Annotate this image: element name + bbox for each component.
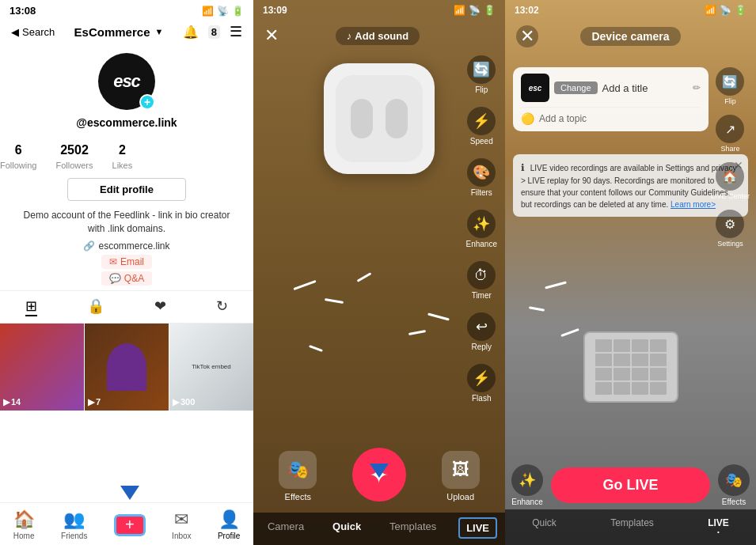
flip-icon: 🔄 <box>467 55 496 84</box>
qa-icon: 💬 <box>109 273 121 284</box>
music-icon: ♪ <box>347 30 352 42</box>
nav-add[interactable]: + <box>114 514 146 536</box>
share-icon-live: ↗ <box>716 115 744 143</box>
add-content-button[interactable]: + <box>114 514 146 536</box>
live-tool-settings[interactable]: ⚙ Settings <box>716 210 744 248</box>
tab-live-active[interactable]: LIVE <box>701 514 735 539</box>
nav-home[interactable]: 🏠 Home <box>13 509 35 540</box>
live-bottom: ✨ Enhance Go LIVE 🎭 Effects Quick Templa… <box>505 460 756 545</box>
flip-icon-live: 🔄 <box>716 67 744 96</box>
nav-friends[interactable]: 👥 Friends <box>61 509 87 540</box>
signal-icon: 📶 <box>202 6 214 17</box>
edit-profile-button[interactable]: Edit profile <box>67 178 186 201</box>
enhance-icon-live: ✨ <box>511 464 543 496</box>
battery-icon-p2: 🔋 <box>484 5 496 16</box>
friends-label: Friends <box>61 532 87 540</box>
email-icon: ✉ <box>109 256 117 267</box>
tool-flip[interactable]: 🔄 Flip <box>467 55 496 94</box>
notification-icon[interactable]: 🔔 <box>183 25 199 40</box>
qa-badge[interactable]: 💬 Q&A <box>101 271 152 286</box>
tab-camera[interactable]: Camera <box>261 517 310 539</box>
airpods-case <box>324 63 435 174</box>
badge-row: ✉ Email 💬 Q&A <box>0 255 253 286</box>
flash-icon: ⚡ <box>467 364 496 392</box>
content-tabs: ⊞ 🔒 ❤ ↻ <box>0 290 253 324</box>
speed-icon: ⚡ <box>467 107 496 135</box>
tool-filters[interactable]: 🎨 Filters <box>467 158 496 197</box>
airpods-visual <box>308 63 450 206</box>
nav-inbox[interactable]: ✉ Inbox <box>172 509 191 540</box>
tab-quick[interactable]: Quick <box>326 517 367 539</box>
upload-button[interactable]: 🖼 Upload <box>442 451 480 501</box>
likes-stat[interactable]: 2 Likes <box>112 143 133 172</box>
learn-more-link[interactable]: Learn more> <box>671 200 716 209</box>
signal-icon-p2: 📶 <box>454 5 465 16</box>
website-link[interactable]: escommerce.link <box>98 240 169 252</box>
live-tool-center[interactable]: 🏠 LIVE Center <box>711 162 750 200</box>
change-button[interactable]: Change <box>554 81 598 94</box>
arrow-indicator-p2 <box>370 464 389 478</box>
airpod-left <box>351 99 373 138</box>
add-title-text[interactable]: Add a title <box>602 82 688 94</box>
tool-enhance[interactable]: ✨ Enhance <box>466 210 497 248</box>
tool-flash[interactable]: ⚡ Flash <box>467 364 496 403</box>
tab-grid[interactable]: ⊞ <box>25 297 37 316</box>
video-thumb-1[interactable]: ▶14 <box>0 324 84 411</box>
email-badge[interactable]: ✉ Email <box>101 255 152 269</box>
live-tool-share[interactable]: ↗ Share <box>716 115 744 153</box>
badge-8: 8 <box>208 25 220 39</box>
close-button-p3[interactable]: ✕ <box>516 25 538 47</box>
tab-liked[interactable]: ❤ <box>154 297 166 316</box>
inbox-icon: ✉ <box>174 509 188 530</box>
profile-icon: 👤 <box>218 509 240 530</box>
live-enhance-button[interactable]: ✨ Enhance <box>511 464 543 506</box>
tab-templates-live[interactable]: Templates <box>604 514 660 539</box>
reply-icon: ↩ <box>467 312 496 341</box>
profile-section: esc + @escommerce.link <box>0 45 253 135</box>
username-dropdown[interactable]: EsCommerce <box>74 25 150 39</box>
inbox-label: Inbox <box>172 532 191 540</box>
friends-icon: 👥 <box>63 509 85 530</box>
link-row: 🔗 escommerce.link <box>83 240 169 252</box>
video-count-2: ▶7 <box>88 397 101 407</box>
menu-icon[interactable]: ☰ <box>230 23 242 40</box>
timer-icon: ⏱ <box>467 261 496 290</box>
add-topic-row[interactable]: 🟡 Add a topic <box>521 107 701 125</box>
status-icons-p1: 📶 📡 🔋 <box>202 6 244 17</box>
tool-speed[interactable]: ⚡ Speed <box>467 107 496 146</box>
effects-button[interactable]: 🎭 Effects <box>279 451 317 501</box>
tab-quick-live[interactable]: Quick <box>526 514 563 539</box>
status-icons-p3: 📶 📡 🔋 <box>705 5 747 16</box>
search-label-p1[interactable]: ◀ Search <box>11 26 55 38</box>
tab-live-p2[interactable]: LIVE <box>458 517 497 539</box>
dashes-decoration <box>277 268 473 395</box>
back-icon-p1: ◀ <box>11 26 19 38</box>
following-stat[interactable]: 6 Following <box>0 143 36 172</box>
video-thumb-2[interactable]: ▶7 <box>85 324 169 411</box>
live-top-nav: ✕ Device camera <box>505 22 756 51</box>
live-panel: 13:02 📶 📡 🔋 ✕ Device camera esc Change A… <box>505 0 756 545</box>
esc-badge: esc <box>521 74 549 102</box>
tab-repost[interactable]: ↻ <box>216 297 228 316</box>
effects-icon: 🎭 <box>279 451 317 489</box>
time-p1: 13:08 <box>9 5 36 17</box>
tool-timer[interactable]: ⏱ Timer <box>467 261 496 300</box>
nav-profile[interactable]: 👤 Profile <box>218 509 240 540</box>
live-tool-flip[interactable]: 🔄 Flip <box>716 67 744 105</box>
live-effects-button[interactable]: 🎭 Effects <box>718 464 750 506</box>
tab-lock[interactable]: 🔒 <box>87 297 104 316</box>
go-live-button[interactable]: Go LIVE <box>551 467 710 503</box>
tab-templates[interactable]: Templates <box>383 517 443 539</box>
video-thumb-3[interactable]: TikTok embed ▶300 <box>169 324 253 411</box>
airpods-inner <box>336 75 423 162</box>
status-bar-p3: 13:02 📶 📡 🔋 <box>505 0 756 19</box>
home-icon: 🏠 <box>13 509 35 530</box>
wifi-icon: 📡 <box>217 6 229 17</box>
followers-stat[interactable]: 2502 Followers <box>55 143 93 172</box>
close-button-p2[interactable]: ✕ <box>264 25 279 46</box>
add-avatar-button[interactable]: + <box>139 94 155 110</box>
enhance-icon: ✨ <box>467 210 496 238</box>
dashes-decoration-p3 <box>521 268 716 363</box>
add-sound-button[interactable]: ♪ Add sound <box>336 27 420 45</box>
tool-reply[interactable]: ↩ Reply <box>467 312 496 351</box>
